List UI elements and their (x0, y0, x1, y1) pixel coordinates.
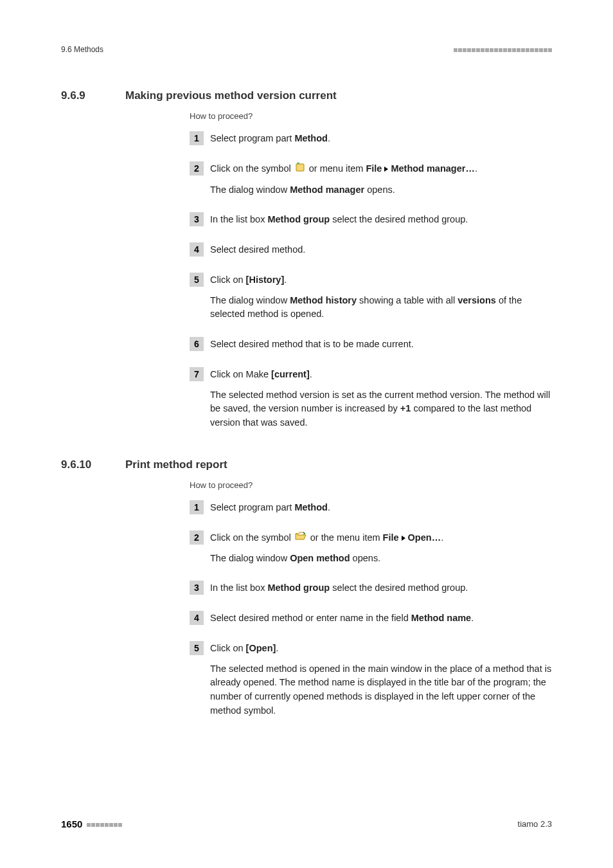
step-number: 7 (190, 367, 204, 381)
step-number: 6 (190, 337, 204, 351)
step-number: 2 (190, 530, 204, 545)
section-heading-9610: 9.6.10 Print method report (61, 458, 552, 471)
header-section-label: 9.6 Methods (61, 45, 103, 54)
step-3: 3 In the list box Method group select th… (190, 212, 552, 227)
step-5: 5 Click on [History]. The dialog window … (190, 273, 552, 321)
step-4: 4 Select desired method or enter name in… (190, 611, 552, 626)
how-to-proceed-label: How to proceed? (190, 111, 552, 121)
footer-left: 1650 (61, 818, 122, 829)
page-number: 1650 (61, 818, 82, 829)
menu-separator-icon (402, 536, 405, 541)
step-text: Click on [History]. The dialog window Me… (210, 273, 552, 321)
step-number: 5 (190, 641, 204, 655)
step-2: 2 Click on the symbol or the menu item F… (190, 530, 552, 566)
section-title: Print method report (125, 458, 227, 471)
step-text: Select program part Method. (210, 131, 552, 146)
step-text: Select desired method that is to be made… (210, 337, 552, 352)
step-text: In the list box Method group select the … (210, 212, 552, 227)
footer-product-label: tiamo 2.3 (518, 819, 552, 829)
step-number: 4 (190, 611, 204, 625)
step-4: 4 Select desired method. (190, 242, 552, 257)
step-number: 5 (190, 273, 204, 287)
section-title: Making previous method version current (125, 89, 337, 102)
section-number: 9.6.10 (61, 458, 125, 471)
method-manager-icon: ? (295, 162, 305, 177)
folder-open-icon (295, 531, 306, 545)
step-2: 2 Click on the symbol ? or menu item Fil… (190, 161, 552, 197)
step-text: Select program part Method. (210, 500, 552, 515)
step-number: 1 (190, 131, 204, 145)
step-text: Select desired method or enter name in t… (210, 611, 552, 626)
step-text: In the list box Method group select the … (210, 581, 552, 595)
step-number: 2 (190, 161, 204, 176)
step-1: 1 Select program part Method. (190, 500, 552, 515)
section-number: 9.6.9 (61, 89, 125, 102)
step-number: 1 (190, 500, 204, 514)
footer-decoration (86, 819, 122, 829)
step-text: Click on the symbol ? or menu item FileM… (210, 161, 552, 197)
section-9610-content: How to proceed? 1 Select program part Me… (190, 480, 552, 718)
step-3: 3 In the list box Method group select th… (190, 581, 552, 595)
step-number: 3 (190, 581, 204, 595)
page-footer: 1650 tiamo 2.3 (61, 818, 552, 829)
header-decoration (453, 45, 552, 54)
step-number: 3 (190, 212, 204, 226)
section-heading-969: 9.6.9 Making previous method version cur… (61, 89, 552, 102)
step-text: Click on the symbol or the menu item Fil… (210, 530, 552, 566)
step-text: Select desired method. (210, 242, 552, 257)
step-5: 5 Click on [Open]. The selected method i… (190, 641, 552, 718)
step-7: 7 Click on Make [current]. The selected … (190, 367, 552, 430)
menu-separator-icon (384, 167, 388, 172)
step-number: 4 (190, 242, 204, 257)
section-969-content: How to proceed? 1 Select program part Me… (190, 111, 552, 430)
svg-text:?: ? (297, 162, 299, 165)
how-to-proceed-label: How to proceed? (190, 480, 552, 490)
step-1: 1 Select program part Method. (190, 131, 552, 146)
step-text: Click on [Open]. The selected method is … (210, 641, 552, 718)
step-6: 6 Select desired method that is to be ma… (190, 337, 552, 352)
page-header: 9.6 Methods (61, 45, 552, 54)
step-text: Click on Make [current]. The selected me… (210, 367, 552, 430)
